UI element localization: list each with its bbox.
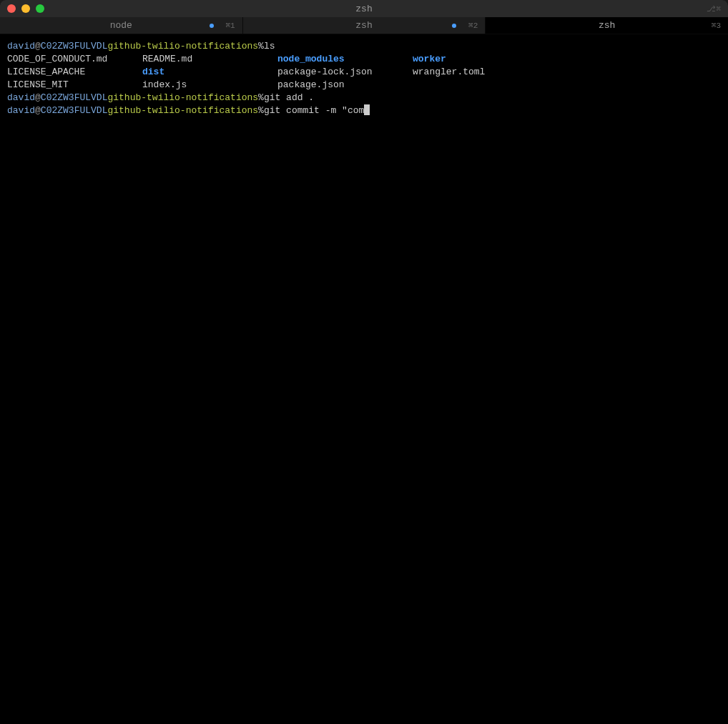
prompt-host: C02ZW3FULVDL	[41, 104, 108, 117]
tab-zsh-2[interactable]: zsh ⌘3	[486, 17, 728, 34]
terminal-window: zsh ⎇⌘ node ⌘1 zsh ⌘2 zsh ⌘3 david@C02ZW…	[0, 0, 728, 724]
ls-item: CODE_OF_CONDUCT.md	[7, 53, 142, 66]
ls-item: LICENSE_APACHE	[7, 66, 142, 79]
window-title: zsh	[355, 4, 372, 14]
prompt-symbol: %	[258, 104, 264, 117]
terminal-line: david@C02ZW3FULVDL github-twilio-notific…	[7, 40, 721, 53]
prompt-user: david	[7, 40, 35, 53]
tab-label: zsh	[599, 20, 615, 31]
ls-output-row: LICENSE_APACHEdistpackage-lock.jsonwrang…	[7, 66, 721, 79]
tab-shortcut: ⌘3	[712, 21, 721, 30]
tabbar: node ⌘1 zsh ⌘2 zsh ⌘3	[0, 17, 728, 34]
prompt-user: david	[7, 104, 35, 117]
tab-shortcut: ⌘2	[468, 21, 478, 30]
ls-item: package.json	[277, 79, 413, 92]
ls-output-row: CODE_OF_CONDUCT.mdREADME.mdnode_modulesw…	[7, 53, 721, 66]
tab-zsh-1[interactable]: zsh ⌘2	[243, 17, 486, 34]
ls-item: wrangler.toml	[413, 66, 485, 79]
prompt-path: github-twilio-notifications	[107, 40, 258, 53]
tab-shortcut: ⌘1	[225, 21, 235, 30]
prompt-user: david	[7, 92, 35, 104]
command-text: git commit -m "com	[264, 104, 364, 117]
terminal-line: david@C02ZW3FULVDL github-twilio-notific…	[7, 92, 721, 104]
terminal-content[interactable]: david@C02ZW3FULVDL github-twilio-notific…	[0, 34, 728, 724]
tab-node[interactable]: node ⌘1	[0, 17, 243, 34]
command-text: git add .	[264, 92, 314, 104]
terminal-line: david@C02ZW3FULVDL github-twilio-notific…	[7, 104, 721, 117]
activity-indicator-icon	[452, 24, 456, 28]
window-settings-icon[interactable]: ⎇⌘	[707, 4, 721, 14]
titlebar: zsh ⎇⌘	[0, 0, 728, 17]
ls-item: node_modules	[277, 53, 413, 66]
ls-output-row: LICENSE_MITindex.jspackage.json	[7, 79, 721, 92]
minimize-button[interactable]	[21, 4, 30, 13]
close-button[interactable]	[7, 4, 16, 13]
cursor	[364, 104, 370, 115]
activity-indicator-icon	[210, 24, 214, 28]
ls-item: worker	[413, 53, 446, 66]
ls-item: README.md	[142, 53, 277, 66]
ls-item: package-lock.json	[277, 66, 413, 79]
prompt-at: @	[35, 40, 41, 53]
tab-label: zsh	[355, 20, 372, 31]
maximize-button[interactable]	[36, 4, 44, 13]
tab-label: node	[110, 20, 132, 31]
prompt-symbol: %	[258, 92, 264, 104]
prompt-at: @	[35, 92, 41, 104]
prompt-symbol: %	[258, 40, 264, 53]
prompt-host: C02ZW3FULVDL	[41, 40, 108, 53]
traffic-lights	[7, 4, 44, 13]
ls-item: LICENSE_MIT	[7, 79, 142, 92]
prompt-path: github-twilio-notifications	[107, 104, 258, 117]
prompt-host: C02ZW3FULVDL	[41, 92, 108, 104]
ls-item: index.js	[142, 79, 277, 92]
prompt-path: github-twilio-notifications	[107, 92, 258, 104]
command-text: ls	[264, 40, 275, 53]
prompt-at: @	[35, 104, 41, 117]
ls-item: dist	[142, 66, 277, 79]
